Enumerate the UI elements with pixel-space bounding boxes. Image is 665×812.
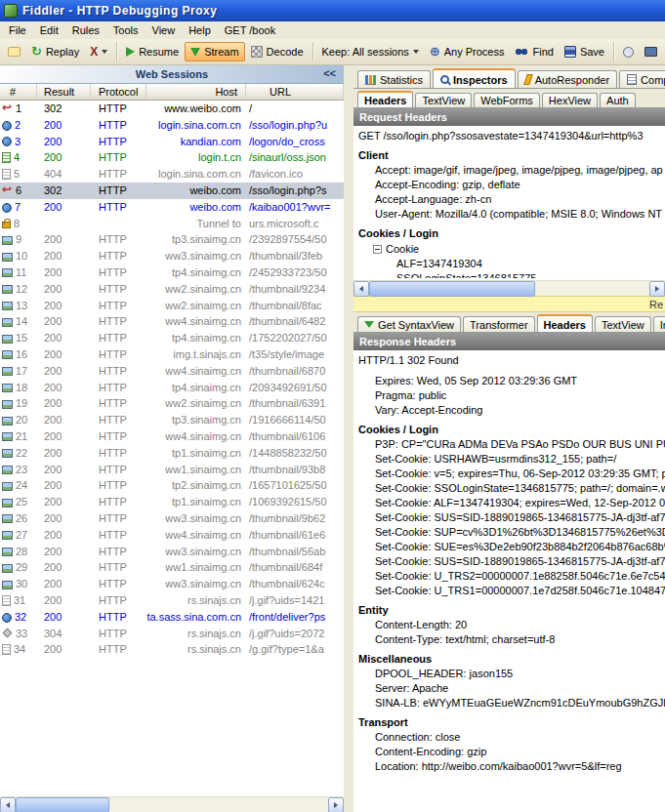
session-row[interactable]: 3200HTTPkandian.com/logon/do_cross <box>0 134 344 150</box>
tab-hexview[interactable]: HexView <box>542 93 598 107</box>
session-row[interactable]: 29200HTTPww1.sinaimg.cn/thumbnail/684f <box>0 559 344 576</box>
tab-textview[interactable]: TextView <box>595 316 651 332</box>
tab-autoresponder[interactable]: AutoResponder <box>518 70 617 88</box>
menu-item-rules[interactable]: Rules <box>65 22 106 38</box>
session-number: 2 <box>15 117 21 134</box>
menu-item-edit[interactable]: Edit <box>33 22 65 38</box>
column-header-protocol[interactable]: Protocol <box>91 84 146 100</box>
remove-sessions-button[interactable]: X <box>85 43 112 61</box>
session-row[interactable]: 33304HTTPrs.sinajs.cn/j.gif?uids=2072 <box>0 626 344 642</box>
session-row[interactable]: 8Tunnel tours.microsoft.c <box>0 216 344 232</box>
tab-headers[interactable]: Headers <box>357 91 413 108</box>
session-row[interactable]: 10200HTTPww3.sinaimg.cn/thumbnail/3feb <box>0 248 344 264</box>
session-row[interactable]: 20200HTTPtp3.sinaimg.cn/1916666114/50 <box>0 412 344 428</box>
session-row[interactable]: 2200HTTPlogin.sina.com.cn/sso/login.php?… <box>0 117 344 134</box>
decode-toggle[interactable]: Decode <box>246 43 309 61</box>
session-row[interactable]: 31200HTTPrs.sinajs.cn/j.gif?uids=1421 <box>0 592 344 609</box>
session-row[interactable]: 25200HTTPtp1.sinaimg.cn/1069392615/50 <box>0 494 344 510</box>
session-row[interactable]: 19200HTTPww2.sinaimg.cn/thumbnail/6391 <box>0 395 344 412</box>
collapse-icon[interactable] <box>373 245 382 254</box>
session-row[interactable]: 28200HTTPww3.sinaimg.cn/thumbnail/56ab <box>0 544 344 560</box>
session-row[interactable]: 1302HTTPwww.weibo.com/ <box>0 101 344 117</box>
tab-headers[interactable]: Headers <box>537 314 593 333</box>
menu-item-help[interactable]: Help <box>182 22 218 38</box>
request-horizontal-scrollbar[interactable] <box>353 280 665 296</box>
stream-toggle[interactable]: Stream <box>185 42 244 61</box>
tab-label: Transformer <box>470 319 528 331</box>
session-row[interactable]: 18200HTTPtp4.sinaimg.cn/2093492691/50 <box>0 380 344 396</box>
tab-get-syntaxview[interactable]: Get SyntaxView <box>357 316 461 332</box>
timer-button[interactable] <box>618 44 639 61</box>
session-row[interactable]: 5404HTTPlogin.sina.com.cn/favicon.ico <box>0 166 344 183</box>
globe-icon <box>2 137 12 146</box>
tab-webforms[interactable]: WebForms <box>474 93 540 107</box>
column-header-num[interactable]: # <box>0 84 37 100</box>
session-host: ww3.sinaimg.cn <box>146 510 246 527</box>
tab-auth[interactable]: Auth <box>600 93 636 107</box>
keep-sessions-dropdown[interactable]: Keep: All sessions <box>317 43 424 61</box>
scroll-right-button[interactable] <box>328 797 344 812</box>
tab-statistics[interactable]: Statistics <box>357 70 431 88</box>
session-row[interactable]: 23200HTTPww1.sinaimg.cn/thumbnail/93b8 <box>0 462 344 478</box>
column-header-result[interactable]: Result <box>37 84 91 100</box>
tab-textview[interactable]: TextView <box>415 93 472 107</box>
session-protocol: HTTP <box>91 264 146 281</box>
session-row[interactable]: 26200HTTPww3.sinaimg.cn/thumbnail/9b62 <box>0 510 344 527</box>
menu-item-tools[interactable]: Tools <box>106 22 145 38</box>
session-row[interactable]: 22200HTTPtp1.sinaimg.cn/1448858232/50 <box>0 445 344 462</box>
session-row[interactable]: 27200HTTPww4.sinaimg.cn/thumbnail/61e6 <box>0 527 344 544</box>
screenshot-button[interactable] <box>640 44 662 60</box>
scrollbar-thumb[interactable] <box>16 797 109 812</box>
scroll-left-button[interactable] <box>0 797 16 812</box>
session-url: /1752202027/50 <box>246 330 344 346</box>
cookie-tree-node[interactable]: Cookie <box>353 242 665 257</box>
session-row[interactable]: 6302HTTPweibo.com/sso/login.php?s <box>0 183 344 199</box>
session-row[interactable]: 17200HTTPww4.sinaimg.cn/thumbnail/6870 <box>0 363 344 380</box>
tab-im[interactable]: Im <box>653 316 665 332</box>
replay-button[interactable]: Replay <box>26 43 84 61</box>
session-host: tp3.sinaimg.cn <box>146 231 246 248</box>
comment-button[interactable] <box>3 44 25 60</box>
scroll-left-button[interactable] <box>353 281 369 297</box>
session-url: / <box>246 101 344 117</box>
encoding-notice-bar[interactable]: Re <box>353 296 665 312</box>
collapse-panel-button[interactable]: << <box>323 67 336 79</box>
image-icon <box>2 482 13 491</box>
session-row[interactable]: 12200HTTPww2.sinaimg.cn/thumbnail/9234 <box>0 281 344 298</box>
session-row[interactable]: 34200HTTPrs.sinajs.cn/g.gif?type=1&a <box>0 641 344 658</box>
menu-item-view[interactable]: View <box>145 22 183 38</box>
panel-splitter[interactable] <box>344 65 353 812</box>
tab-comp[interactable]: Comp <box>619 70 665 88</box>
session-row[interactable]: 21200HTTPww4.sinaimg.cn/thumbnail/6106 <box>0 428 344 445</box>
any-process-button[interactable]: Any Process <box>425 43 510 61</box>
session-row[interactable]: 11200HTTPtp4.sinaimg.cn/2452933723/50 <box>0 264 344 281</box>
image-icon <box>2 417 13 426</box>
session-result: 200 <box>37 330 91 346</box>
session-url: /thumbnail/624c <box>246 576 344 592</box>
session-row[interactable]: 32200HTTPta.sass.sina.com.cn/front/deliv… <box>0 609 344 626</box>
header-line: Set-Cookie: v=5; expires=Thu, 06-Sep-201… <box>353 467 665 481</box>
scrollbar-thumb[interactable] <box>369 281 535 297</box>
save-button[interactable]: Save <box>560 43 609 61</box>
session-row[interactable]: 9200HTTPtp3.sinaimg.cn/2392897554/50 <box>0 231 344 248</box>
composer-icon <box>627 74 637 85</box>
tab-inspectors[interactable]: Inspectors <box>433 68 516 89</box>
tab-transformer[interactable]: Transformer <box>463 316 535 332</box>
sessions-horizontal-scrollbar[interactable] <box>0 796 344 812</box>
session-row[interactable]: 16200HTTPimg.t.sinajs.cn/t35/style/image <box>0 346 344 363</box>
session-row[interactable]: 4200HTTPlogin.t.cn/sinaurl/oss.json <box>0 149 344 166</box>
column-header-url[interactable]: URL <box>246 84 344 100</box>
column-header-host[interactable]: Host <box>146 84 246 100</box>
session-protocol: HTTP <box>91 462 146 478</box>
menu-item-get-book[interactable]: GET /book <box>218 22 282 38</box>
find-button[interactable]: Find <box>510 43 558 61</box>
session-row[interactable]: 13200HTTPww2.sinaimg.cn/thumbnail/8fac <box>0 298 344 314</box>
session-row[interactable]: 14200HTTPww4.sinaimg.cn/thumbnail/6482 <box>0 313 344 330</box>
resume-button[interactable]: Resume <box>121 43 184 61</box>
session-row[interactable]: 30200HTTPww3.sinaimg.cn/thumbnail/624c <box>0 576 344 592</box>
session-row[interactable]: 7200HTTPweibo.com/kaibao001?wvr= <box>0 199 344 216</box>
session-row[interactable]: 24200HTTPtp2.sinaimg.cn/1657101625/50 <box>0 477 344 494</box>
menu-item-file[interactable]: File <box>2 22 33 38</box>
session-row[interactable]: 15200HTTPtp4.sinaimg.cn/1752202027/50 <box>0 330 344 346</box>
scroll-right-button[interactable] <box>649 281 665 297</box>
